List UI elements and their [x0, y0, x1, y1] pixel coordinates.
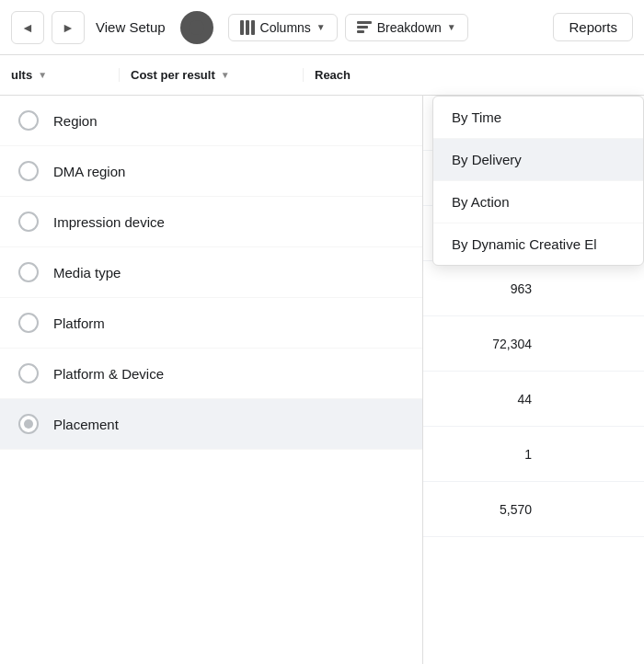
toggle-icon — [189, 19, 205, 36]
chevron-left-icon: ◄ — [21, 20, 34, 35]
breakdown-chevron-icon: ▼ — [447, 22, 456, 32]
right-breakdown-dropdown: By TimeBy DeliveryBy ActionBy Dynamic Cr… — [432, 96, 644, 266]
dropdown-item-dma_region[interactable]: DMA region — [0, 146, 422, 197]
columns-icon — [240, 20, 255, 35]
dropdown-item-region[interactable]: Region — [0, 96, 422, 146]
right-dropdown-item-by_dynamic[interactable]: By Dynamic Creative El — [433, 223, 643, 265]
col-reach-label: Reach — [315, 68, 351, 82]
dropdown-label-platform_device: Platform & Device — [53, 366, 164, 382]
radio-placement — [18, 414, 39, 434]
dropdown-label-dma_region: DMA region — [53, 164, 125, 179]
dropdown-item-platform[interactable]: Platform — [0, 298, 422, 349]
columns-chevron-icon: ▼ — [316, 22, 326, 32]
breakdown-icon — [357, 21, 372, 33]
results-sort-icon[interactable]: ▼ — [38, 70, 47, 80]
col-results-label: ults — [11, 68, 32, 82]
dropdown-label-placement: Placement — [53, 417, 119, 432]
table-row: 5,570 — [423, 482, 644, 537]
reports-button[interactable]: Reports — [553, 13, 633, 41]
dropdown-label-region: Region — [53, 113, 98, 129]
dropdown-item-placement[interactable]: Placement — [0, 399, 422, 450]
cell-reach-value: 1 — [451, 447, 543, 462]
cell-reach-value: 44 — [451, 392, 543, 406]
table-row: 44 — [423, 372, 644, 427]
toolbar: ◄ ► View Setup Columns ▼ Breakdown ▼ Rep… — [0, 0, 644, 55]
content-area: Region DMA region Impression device Medi… — [0, 96, 644, 664]
svg-point-0 — [190, 20, 204, 35]
right-dropdown-item-by_action[interactable]: By Action — [433, 181, 643, 223]
radio-media_type — [18, 262, 39, 282]
dropdown-label-platform: Platform — [53, 315, 105, 331]
dropdown-item-platform_device[interactable]: Platform & Device — [0, 349, 422, 399]
cell-reach-value: 72,304 — [451, 337, 543, 351]
dropdown-label-media_type: Media type — [53, 265, 121, 280]
radio-region — [18, 110, 39, 131]
radio-platform_device — [18, 363, 39, 384]
dropdown-item-impression_device[interactable]: Impression device — [0, 197, 422, 247]
col-results-header: ults ▼ — [0, 68, 120, 82]
view-setup-toggle[interactable] — [180, 11, 213, 44]
right-dropdown-item-by_time[interactable]: By Time — [433, 97, 643, 139]
radio-platform — [18, 313, 39, 333]
dropdown-item-media_type[interactable]: Media type — [0, 247, 422, 298]
cell-reach-value: 963 — [451, 281, 543, 296]
dropdown-label-impression_device: Impression device — [53, 214, 165, 230]
table-row: 1 — [423, 427, 644, 482]
cost-sort-icon[interactable]: ▼ — [221, 70, 230, 80]
table-header: ults ▼ Cost per result ▼ Reach — [0, 55, 644, 96]
cell-reach-value: 5,570 — [451, 502, 543, 517]
col-cost-header: Cost per result ▼ — [120, 68, 304, 82]
prev-button[interactable]: ◄ — [11, 11, 44, 44]
table-row: 963 — [423, 261, 644, 316]
breakdown-button[interactable]: Breakdown ▼ — [345, 14, 468, 41]
left-dropdown-panel: Region DMA region Impression device Medi… — [0, 96, 423, 664]
view-setup-label: View Setup — [96, 19, 166, 35]
columns-button[interactable]: Columns ▼ — [228, 14, 338, 41]
radio-dma_region — [18, 161, 39, 181]
columns-label: Columns — [260, 20, 311, 35]
chevron-right-icon: ► — [62, 20, 75, 35]
right-dropdown-item-by_delivery[interactable]: By Delivery — [433, 139, 643, 181]
col-cost-label: Cost per result — [131, 68, 215, 82]
next-button[interactable]: ► — [52, 11, 85, 44]
col-reach-header: Reach — [304, 68, 396, 82]
breakdown-label: Breakdown — [377, 20, 442, 35]
radio-impression_device — [18, 212, 39, 232]
table-row: 72,304 — [423, 316, 644, 372]
